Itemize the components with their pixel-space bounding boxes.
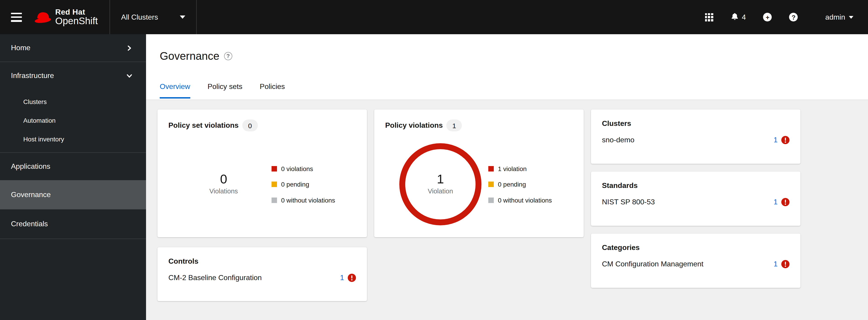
category-name: CM Configuration Management xyxy=(602,260,704,268)
policy-violations-card: Policy violations 1 1 Violation 1 violat… xyxy=(374,109,584,237)
infrastructure-subnav: Clusters Automation Host inventory xyxy=(0,89,146,152)
user-menu-dropdown[interactable]: admin xyxy=(825,13,854,21)
chevron-down-icon xyxy=(126,73,132,79)
legend-swatch-warning xyxy=(272,182,277,187)
donut-legend: 0 violations 0 pending 0 without violati… xyxy=(272,165,335,204)
violation-count-link[interactable]: 1 xyxy=(774,260,789,268)
sidebar-nav: Home Infrastructure Clusters Automation … xyxy=(0,34,146,320)
brand-text: Red Hat OpenShift xyxy=(55,8,98,26)
notifications-count: 4 xyxy=(742,13,746,21)
clusters-summary-card: Clusters sno-demo 1 xyxy=(591,109,801,164)
count-badge: 1 xyxy=(446,120,462,131)
sidebar-item-label: Home xyxy=(11,44,30,52)
brand-line1: Red Hat xyxy=(55,8,98,16)
sidebar-item-host-inventory[interactable]: Host inventory xyxy=(0,130,146,148)
legend-swatch-neutral xyxy=(488,197,494,203)
donut-value: 0 xyxy=(220,172,227,186)
sidebar-item-infrastructure[interactable]: Infrastructure xyxy=(0,62,146,89)
violation-count: 1 xyxy=(340,274,344,282)
help-menu-button[interactable]: ? xyxy=(789,13,798,22)
main-content: Governance ? Overview Policy sets Polici… xyxy=(146,34,868,320)
card-title: Policy violations xyxy=(385,121,443,130)
legend-swatch-danger xyxy=(488,166,494,171)
violation-count-link[interactable]: 1 xyxy=(774,136,789,144)
sidebar-item-label: Host inventory xyxy=(23,135,64,142)
legend-item-violations: 1 violation xyxy=(488,165,552,172)
redhat-fedora-icon xyxy=(34,10,52,24)
categories-summary-card: Categories CM Configuration Management 1 xyxy=(591,233,801,288)
brand-line2: OpenShift xyxy=(55,16,98,26)
sidebar-item-label: Applications xyxy=(11,162,51,170)
sidebar-item-label: Clusters xyxy=(23,98,47,105)
violation-count-link[interactable]: 1 xyxy=(774,198,789,206)
legend-item-pending: 0 pending xyxy=(272,181,335,188)
donut-legend: 1 violation 0 pending 0 without violatio… xyxy=(488,165,552,204)
controls-card: Controls CM-2 Baseline Configuration 1 xyxy=(157,247,367,301)
legend-item-without-violations: 0 without violations xyxy=(272,196,335,204)
sidebar-item-governance[interactable]: Governance xyxy=(0,180,146,210)
standards-summary-card: Standards NIST SP 800-53 1 xyxy=(591,171,801,226)
card-title: Controls xyxy=(168,257,198,265)
violation-count: 1 xyxy=(774,260,778,268)
donut-value-label: Violations xyxy=(209,188,238,195)
grid-icon xyxy=(705,13,713,21)
legend-item-without-violations: 0 without violations xyxy=(488,196,552,204)
brand-logo[interactable]: Red Hat OpenShift xyxy=(34,8,98,26)
policy-set-violations-card: Policy set violations 0 0 Violations 0 v… xyxy=(157,109,367,237)
donut-center-label: 1 Violation xyxy=(374,141,506,226)
page-header: Governance ? Overview Policy sets Polici… xyxy=(146,34,868,99)
legend-label: 0 violations xyxy=(281,165,313,172)
violation-count: 1 xyxy=(774,136,778,144)
masthead-toolbar: 4 + ? admin xyxy=(705,13,854,22)
user-name: admin xyxy=(825,13,845,21)
legend-label: 0 pending xyxy=(498,181,526,188)
overview-grid: Policy set violations 0 0 Violations 0 v… xyxy=(146,99,868,320)
cluster-name: sno-demo xyxy=(602,136,634,144)
notifications-button[interactable]: 4 xyxy=(731,13,746,22)
nav-toggle-hamburger-icon[interactable] xyxy=(11,12,22,22)
sidebar-item-label: Automation xyxy=(23,117,56,124)
page-title: Governance xyxy=(160,50,219,63)
count-badge: 0 xyxy=(242,120,258,131)
table-row: CM Configuration Management 1 xyxy=(591,260,801,268)
tab-bar: Overview Policy sets Policies xyxy=(160,83,285,99)
table-row: CM-2 Baseline Configuration 1 xyxy=(157,274,367,282)
card-title: Standards xyxy=(602,182,638,190)
bell-icon xyxy=(731,13,739,22)
legend-label: 1 violation xyxy=(498,165,527,172)
legend-label: 0 without violations xyxy=(498,196,552,204)
tab-policies[interactable]: Policies xyxy=(260,83,285,99)
app-launcher-button[interactable] xyxy=(705,13,713,21)
violation-count: 1 xyxy=(774,198,778,206)
plus-circle-icon: + xyxy=(763,13,772,22)
help-icon[interactable]: ? xyxy=(224,52,232,60)
caret-down-icon xyxy=(180,15,186,19)
standard-name: NIST SP 800-53 xyxy=(602,198,655,206)
card-title: Policy set violations xyxy=(168,121,239,130)
legend-swatch-warning xyxy=(488,182,494,187)
table-row: sno-demo 1 xyxy=(591,136,801,144)
cluster-selector-dropdown[interactable]: All Clusters xyxy=(110,0,197,34)
grid-column-2: Policy violations 1 1 Violation 1 violat… xyxy=(374,109,584,237)
sidebar-item-home[interactable]: Home xyxy=(0,34,146,62)
sidebar-item-label: Governance xyxy=(11,191,51,199)
violation-count-link[interactable]: 1 xyxy=(340,274,356,282)
table-row: NIST SP 800-53 1 xyxy=(591,198,801,206)
legend-label: 0 without violations xyxy=(281,196,335,204)
sidebar-item-applications[interactable]: Applications xyxy=(0,153,146,180)
question-circle-icon: ? xyxy=(789,13,798,22)
add-resource-button[interactable]: + xyxy=(763,13,772,22)
masthead: Red Hat OpenShift All Clusters 4 xyxy=(0,0,868,34)
sidebar-item-label: Credentials xyxy=(11,220,48,228)
legend-item-pending: 0 pending xyxy=(488,181,552,188)
tab-policy-sets[interactable]: Policy sets xyxy=(208,83,242,99)
control-name: CM-2 Baseline Configuration xyxy=(168,274,262,282)
caret-down-icon xyxy=(849,16,854,19)
sidebar-item-credentials[interactable]: Credentials xyxy=(0,210,146,238)
tab-overview[interactable]: Overview xyxy=(160,83,190,99)
sidebar-item-clusters[interactable]: Clusters xyxy=(0,92,146,111)
legend-label: 0 pending xyxy=(281,181,309,188)
card-title: Categories xyxy=(602,244,640,252)
grid-column-3: Clusters sno-demo 1 xyxy=(591,109,801,288)
sidebar-item-automation[interactable]: Automation xyxy=(0,111,146,130)
